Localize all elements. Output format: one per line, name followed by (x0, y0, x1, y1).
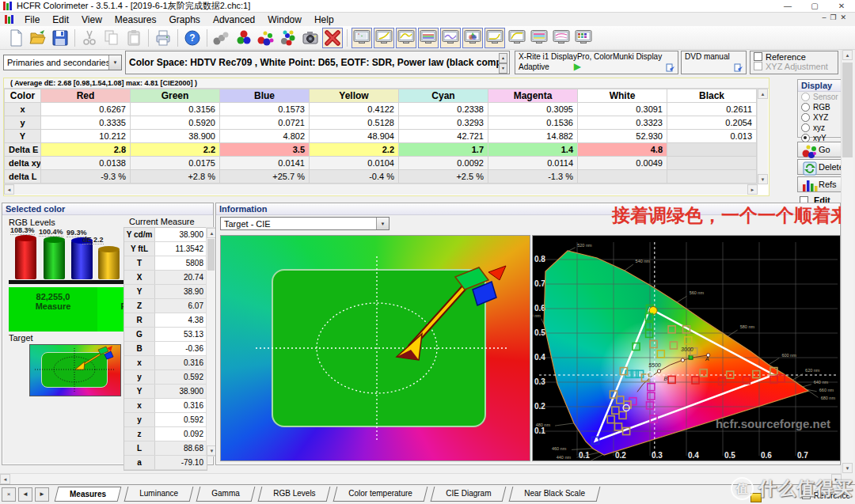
open-file-icon[interactable] (28, 28, 48, 48)
table-cell[interactable]: 0.1573 (220, 103, 310, 116)
table-cell[interactable]: 0.3323 (578, 116, 667, 130)
sensor-rgb-icon[interactable] (234, 28, 254, 48)
table-cell[interactable] (667, 157, 757, 170)
table-cell[interactable]: 2.2 (310, 143, 399, 157)
table-cell[interactable]: 3.5 (220, 143, 310, 157)
column-header-red[interactable]: Red (41, 89, 131, 103)
column-header-cyan[interactable]: Cyan (399, 89, 488, 103)
table-cell[interactable]: 1.7 (399, 143, 488, 157)
table-cell[interactable]: 52.930 (578, 130, 667, 143)
view-saturation-shift-icon[interactable] (551, 28, 572, 48)
tab-color-temperature[interactable]: Color temperature (333, 487, 428, 502)
table-cell[interactable]: 10.212 (41, 130, 131, 143)
xyz-adjustment-checkbox[interactable]: XYZ Adjustment (754, 62, 834, 71)
help-icon[interactable]: ? (182, 28, 203, 48)
table-cell[interactable]: 0.1536 (488, 116, 578, 130)
menu-window[interactable]: Window (261, 13, 308, 26)
table-cell[interactable]: 0.0721 (220, 116, 310, 130)
grid-vertical-scrollbar[interactable]: ▲ ▼ (757, 89, 768, 184)
grid-horizontal-scrollbar[interactable]: ◄ ► (4, 184, 758, 195)
tab-measures[interactable]: Measures (55, 487, 122, 502)
column-header-black[interactable]: Black (667, 89, 757, 103)
table-cell[interactable]: 0.0092 (399, 157, 488, 170)
sensor-arc-icon[interactable] (256, 28, 276, 48)
status-reference-checkbox[interactable]: Reference (802, 491, 850, 500)
maximize-icon[interactable]: ▢ (801, 0, 828, 13)
cut-icon[interactable] (79, 28, 100, 48)
table-cell[interactable]: 0.3293 (399, 116, 488, 130)
sensor-gray-icon[interactable] (211, 28, 232, 48)
minimize-icon[interactable]: — (774, 0, 801, 13)
table-cell[interactable]: +2.8 % (131, 170, 220, 184)
table-cell[interactable]: 0.5128 (310, 116, 399, 130)
table-cell[interactable]: 0.5920 (131, 116, 220, 130)
chart-preset-dropdown[interactable]: Primaries and secondaries▼ (3, 55, 122, 70)
generator-config-icon[interactable] (734, 63, 743, 72)
view-near-black-icon[interactable] (484, 28, 505, 48)
table-cell[interactable]: 0.2054 (667, 116, 757, 130)
sensor-box[interactable]: X-Rite i1 DisplayPro, ColorMunki Display… (515, 51, 678, 74)
column-header-yellow[interactable]: Yellow (310, 89, 399, 103)
generator-box[interactable]: DVD manual (681, 51, 747, 74)
table-cell[interactable]: +2.5 % (399, 170, 488, 184)
measures-table[interactable]: ColorRedGreenBlueYellowCyanMagentaWhiteB… (4, 89, 757, 184)
table-cell[interactable]: 0.3335 (41, 116, 131, 130)
print-icon[interactable] (153, 28, 173, 48)
menu-help[interactable]: Help (308, 13, 340, 26)
view-saturation-rgb-icon[interactable] (529, 28, 549, 48)
table-cell[interactable]: 42.721 (399, 130, 488, 143)
table-cell[interactable]: 0.3095 (488, 103, 578, 116)
table-cell[interactable]: 2.2 (131, 143, 220, 157)
stop-measure-icon[interactable] (322, 28, 343, 48)
tab-rgb-levels[interactable]: RGB Levels (257, 487, 330, 502)
table-cell[interactable] (667, 143, 757, 157)
view-color-checker-icon[interactable] (573, 28, 594, 48)
table-cell[interactable]: 4.802 (220, 130, 310, 143)
view-gamma-icon[interactable] (396, 28, 416, 48)
table-cell[interactable]: 4.8 (578, 143, 667, 157)
paste-icon[interactable] (124, 28, 144, 48)
horizontal-scrollbar[interactable]: ◄ ► (0, 473, 842, 484)
table-cell[interactable]: 0.2611 (667, 103, 757, 116)
table-cell[interactable]: 0.0114 (488, 157, 578, 170)
tab-gamma[interactable]: Gamma (196, 487, 255, 502)
view-color-temp-icon[interactable] (440, 28, 461, 48)
table-cell[interactable]: 48.904 (310, 130, 399, 143)
play-icon[interactable]: ▶ (574, 61, 581, 72)
table-cell[interactable]: 0.0049 (578, 157, 667, 170)
current-measure-table[interactable]: Y cd/m38.900Y ftL11.3542T5808X20.74Y38.9… (124, 227, 207, 471)
menu-graphs[interactable]: Graphs (163, 13, 207, 26)
tab-nav-right-icon[interactable]: ► (35, 487, 49, 502)
table-cell[interactable]: 0.013 (667, 130, 757, 143)
table-cell[interactable]: 0.0104 (310, 157, 399, 170)
column-header-magenta[interactable]: Magenta (488, 89, 578, 103)
tab-luminance[interactable]: Luminance (124, 487, 194, 502)
tab-cie-diagram[interactable]: CIE Diagram (430, 487, 506, 502)
table-cell[interactable]: 0.0138 (41, 157, 131, 170)
table-cell[interactable]: 38.900 (131, 130, 220, 143)
table-cell[interactable]: 0.3091 (578, 103, 667, 116)
table-cell[interactable]: +25.7 % (220, 170, 310, 184)
table-cell[interactable]: 0.0141 (220, 157, 310, 170)
table-cell[interactable]: 0.3156 (131, 103, 220, 116)
colorspace-summary-box[interactable]: Color Space: HDTV Rec709 , White Point: … (125, 51, 510, 74)
tab-nav-close-icon[interactable]: × (2, 487, 16, 502)
view-cie-diagram-icon[interactable] (462, 28, 483, 48)
copy-icon[interactable] (101, 28, 122, 48)
table-cell[interactable] (667, 170, 757, 184)
table-cell[interactable]: -0.4 % (310, 170, 399, 184)
mdi-window-controls[interactable]: –❐✕ (822, 13, 850, 21)
table-cell[interactable]: -1.3 % (488, 170, 578, 184)
column-header-green[interactable]: Green (131, 89, 220, 103)
table-cell[interactable]: 14.882 (488, 130, 578, 143)
table-cell[interactable]: 0.0175 (131, 157, 220, 170)
target-view-dropdown[interactable]: Target - CIE▼ (220, 217, 390, 230)
camera-icon[interactable] (300, 28, 321, 48)
tab-near-black-scale[interactable]: Near Black Scale (508, 487, 599, 502)
table-cell[interactable]: -9.3 % (41, 170, 131, 184)
reference-checkbox[interactable]: Reference (754, 52, 834, 62)
table-cell[interactable] (578, 170, 667, 184)
menu-advanced[interactable]: Advanced (207, 13, 261, 26)
menu-measures[interactable]: Measures (108, 13, 163, 26)
tab-nav-left-icon[interactable]: ◄ (18, 487, 32, 502)
